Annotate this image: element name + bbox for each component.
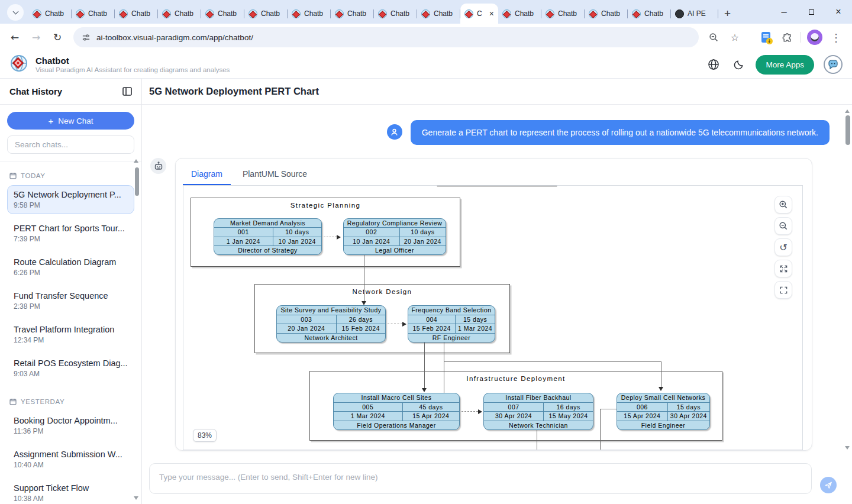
pert-task-box: Site Survey and Feasibility Study 00326 … bbox=[276, 305, 386, 343]
back-button[interactable]: ← bbox=[6, 28, 24, 46]
browser-tab-active[interactable]: C× bbox=[460, 4, 498, 24]
pert-chart-title-clipped: Nationwide 5G Network Rollout bbox=[420, 185, 574, 187]
visual-paradigm-favicon bbox=[421, 9, 430, 18]
visual-paradigm-favicon bbox=[502, 9, 511, 18]
chat-scroll-up-arrow[interactable] bbox=[845, 109, 850, 113]
browser-tab[interactable]: Chatb bbox=[72, 4, 115, 24]
tab-title: C bbox=[477, 9, 486, 18]
pert-task-end: 1 Mar 2024 bbox=[456, 324, 495, 333]
zoom-out-page-icon[interactable] bbox=[706, 30, 721, 45]
pert-task-end: 20 Jan 2024 bbox=[400, 237, 446, 245]
window-close-button[interactable]: × bbox=[825, 7, 852, 17]
user-message-bubble: Generate a PERT chart to represent the p… bbox=[411, 120, 830, 145]
pert-task-end: 15 May 2024 bbox=[544, 412, 593, 421]
search-chats-input[interactable] bbox=[7, 135, 134, 154]
extensions-icon[interactable] bbox=[779, 30, 795, 45]
pert-task-name: Frequency Band Selection bbox=[408, 306, 495, 315]
new-chat-button[interactable]: +New Chat bbox=[7, 112, 134, 130]
browser-tab[interactable]: Chatb bbox=[331, 4, 374, 24]
browser-tab[interactable]: Chatb bbox=[115, 4, 158, 24]
pert-task-dates: 1 Jan 202410 Jan 2024 bbox=[214, 237, 321, 245]
pert-task-box: Install Macro Cell Sites 00545 days 1 Ma… bbox=[333, 393, 460, 430]
chat-history-item[interactable]: Retail POS Ecosystem Diag... 9:03 AM bbox=[7, 354, 134, 383]
menu-dots-icon[interactable]: ⋮ bbox=[828, 30, 844, 45]
pert-task-dates: 10 Jan 202420 Jan 2024 bbox=[344, 237, 446, 245]
pert-arrowhead bbox=[402, 322, 406, 327]
tab-diagram[interactable]: Diagram bbox=[183, 163, 231, 185]
pert-task-end: 10 Jan 2024 bbox=[273, 237, 321, 245]
visual-paradigm-favicon bbox=[205, 9, 214, 18]
more-apps-button[interactable]: More Apps bbox=[756, 55, 814, 75]
pert-task-id: 003 bbox=[277, 315, 337, 324]
pert-task-dates: 15 Apr 202430 Apr 2024 bbox=[617, 411, 709, 421]
dark-mode-moon-icon[interactable] bbox=[731, 57, 746, 72]
chat-history-item[interactable]: Route Calculation Diagram 6:26 PM bbox=[7, 253, 134, 282]
browser-tab[interactable]: Chatb bbox=[498, 4, 541, 24]
section-label-yesterday: YESTERDAY bbox=[9, 398, 132, 405]
reload-button[interactable]: ↻ bbox=[49, 28, 66, 46]
diagram-toolbar: ↺ bbox=[774, 196, 792, 299]
tab-title: Chatb bbox=[601, 9, 624, 18]
tab-close-icon[interactable]: × bbox=[489, 9, 494, 18]
sidebar-scrollbar-thumb[interactable] bbox=[135, 167, 139, 196]
browser-tab[interactable]: Chatb bbox=[374, 4, 417, 24]
app-name: Chatbot bbox=[36, 56, 699, 67]
sidebar-scroll-up-arrow[interactable] bbox=[134, 159, 138, 163]
save-page-icon[interactable]: ↓ bbox=[758, 30, 773, 45]
chat-history-item[interactable]: Booking Doctor Appointm... 11:36 PM bbox=[7, 411, 134, 440]
browser-tab[interactable]: Chatb bbox=[417, 4, 460, 24]
new-tab-button[interactable]: + bbox=[724, 8, 731, 19]
bookmark-star-icon[interactable]: ☆ bbox=[727, 30, 743, 45]
forward-button[interactable]: → bbox=[27, 28, 45, 46]
chat-history-item[interactable]: PERT Chart for Sports Tour... 7:39 PM bbox=[7, 219, 134, 248]
visual-paradigm-logo bbox=[9, 54, 28, 75]
profile-avatar[interactable] bbox=[807, 30, 822, 45]
pert-task-owner: Field Engineer bbox=[617, 421, 709, 430]
chatbot-logo[interactable] bbox=[824, 55, 843, 74]
tab-title: Chatb bbox=[515, 9, 537, 18]
calendar-icon bbox=[9, 172, 17, 179]
url-text: ai-toolbox.visual-paradigm.com/app/chatb… bbox=[96, 33, 253, 42]
collapse-sidebar-icon[interactable] bbox=[122, 87, 132, 96]
tab-title: Chatb bbox=[88, 9, 111, 18]
browser-tab[interactable]: AI PE bbox=[671, 4, 718, 24]
browser-tab[interactable]: Chatb bbox=[28, 4, 72, 24]
browser-tab[interactable]: Chatb bbox=[628, 4, 671, 24]
maximize-icon bbox=[809, 9, 814, 15]
pert-task-duration: 15 days bbox=[668, 403, 709, 412]
send-button[interactable] bbox=[820, 477, 837, 493]
zoom-out-icon[interactable] bbox=[774, 217, 792, 235]
fullscreen-icon[interactable] bbox=[774, 281, 792, 299]
diagram-viewport[interactable]: Nationwide 5G Network Rollout Strategic … bbox=[183, 185, 803, 450]
zoom-in-icon[interactable] bbox=[774, 196, 792, 214]
window-minimize-button[interactable]: ─ bbox=[770, 8, 798, 17]
chat-history-item[interactable]: 5G Network Deployment P... 9:58 PM bbox=[7, 185, 134, 214]
tab-search-button[interactable] bbox=[7, 4, 24, 21]
browser-tab[interactable]: Chatb bbox=[201, 4, 244, 24]
browser-tab[interactable]: Chatb bbox=[541, 4, 585, 24]
tab-title: AI PE bbox=[688, 9, 711, 18]
chat-scroll-down-arrow[interactable] bbox=[845, 446, 850, 450]
reset-view-icon[interactable]: ↺ bbox=[774, 238, 792, 256]
app-header: Chatbot Visual Paradigm AI Assistant for… bbox=[0, 51, 852, 79]
browser-tab[interactable]: Chatb bbox=[585, 4, 628, 24]
chat-history-item[interactable]: Travel Platform Integration 12:34 PM bbox=[7, 320, 134, 349]
chat-history-item[interactable]: Assignment Submission W... 10:40 AM bbox=[7, 445, 134, 474]
expand-icon[interactable] bbox=[774, 260, 792, 277]
chat-scrollbar-thumb[interactable] bbox=[845, 115, 850, 145]
chat-item-title: Support Ticket Flow bbox=[14, 483, 128, 493]
browser-tab[interactable]: Chatb bbox=[158, 4, 201, 24]
sidebar-scroll-down-arrow[interactable] bbox=[134, 496, 138, 500]
browser-tab[interactable]: Chatb bbox=[288, 4, 331, 24]
tab-plantuml-source[interactable]: PlantUML Source bbox=[234, 163, 315, 185]
window-maximize-button[interactable] bbox=[798, 8, 825, 17]
chat-history-item[interactable]: Fund Transfer Sequence 2:38 PM bbox=[7, 286, 134, 315]
language-globe-icon[interactable] bbox=[706, 57, 721, 72]
address-bar[interactable]: ai-toolbox.visual-paradigm.com/app/chatb… bbox=[73, 27, 699, 47]
chat-history-item[interactable]: Support Ticket Flow 10:38 AM bbox=[7, 479, 134, 504]
chat-item-time: 7:39 PM bbox=[14, 235, 128, 243]
pert-task-box: Frequency Band Selection 00415 days 15 F… bbox=[408, 305, 495, 343]
browser-tab[interactable]: Chatb bbox=[244, 4, 288, 24]
message-input[interactable] bbox=[149, 463, 812, 494]
site-settings-icon[interactable] bbox=[82, 33, 91, 42]
